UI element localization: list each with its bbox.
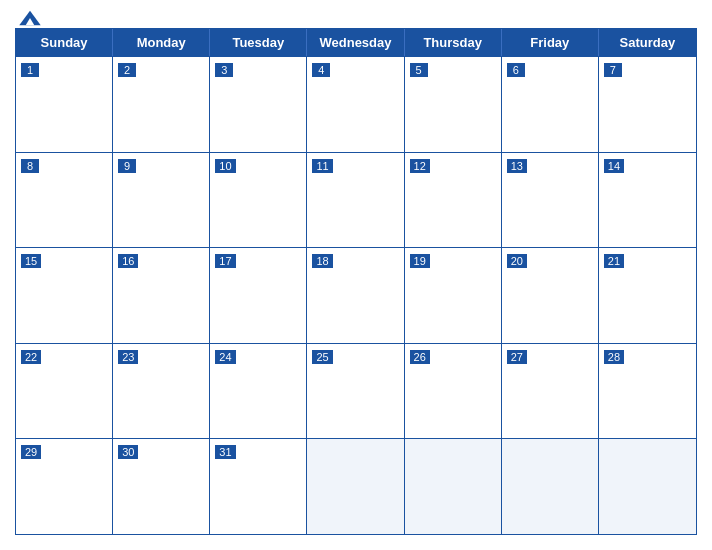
calendar-day: 22 <box>16 344 113 439</box>
day-number: 1 <box>21 63 39 77</box>
calendar-day: 18 <box>307 248 404 343</box>
day-number: 4 <box>312 63 330 77</box>
day-number: 20 <box>507 254 527 268</box>
day-header-wednesday: Wednesday <box>307 29 404 56</box>
day-number: 25 <box>312 350 332 364</box>
calendar-week-2: 891011121314 <box>16 152 696 248</box>
calendar-day: 1 <box>16 57 113 152</box>
calendar-week-1: 1234567 <box>16 56 696 152</box>
calendar-day: 21 <box>599 248 696 343</box>
calendar-day <box>502 439 599 534</box>
calendar-day: 24 <box>210 344 307 439</box>
calendar-day <box>405 439 502 534</box>
calendar-day: 26 <box>405 344 502 439</box>
day-number: 22 <box>21 350 41 364</box>
day-header-saturday: Saturday <box>599 29 696 56</box>
calendar: SundayMondayTuesdayWednesdayThursdayFrid… <box>15 28 697 535</box>
calendar-day: 15 <box>16 248 113 343</box>
day-number: 13 <box>507 159 527 173</box>
day-number: 19 <box>410 254 430 268</box>
calendar-week-3: 15161718192021 <box>16 247 696 343</box>
calendar-day: 8 <box>16 153 113 248</box>
day-number: 16 <box>118 254 138 268</box>
calendar-week-5: 293031 <box>16 438 696 534</box>
calendar-day: 16 <box>113 248 210 343</box>
day-number: 29 <box>21 445 41 459</box>
calendar-day: 28 <box>599 344 696 439</box>
calendar-day: 25 <box>307 344 404 439</box>
day-header-tuesday: Tuesday <box>210 29 307 56</box>
calendar-day: 4 <box>307 57 404 152</box>
calendar-header <box>15 10 697 24</box>
day-number: 12 <box>410 159 430 173</box>
day-number: 30 <box>118 445 138 459</box>
day-number: 5 <box>410 63 428 77</box>
calendar-day: 5 <box>405 57 502 152</box>
day-number: 3 <box>215 63 233 77</box>
calendar-week-4: 22232425262728 <box>16 343 696 439</box>
day-number: 15 <box>21 254 41 268</box>
calendar-header-row: SundayMondayTuesdayWednesdayThursdayFrid… <box>16 29 696 56</box>
calendar-day: 14 <box>599 153 696 248</box>
day-number: 24 <box>215 350 235 364</box>
logo <box>15 8 45 29</box>
calendar-day: 30 <box>113 439 210 534</box>
calendar-day: 12 <box>405 153 502 248</box>
day-header-sunday: Sunday <box>16 29 113 56</box>
day-number: 18 <box>312 254 332 268</box>
calendar-day: 23 <box>113 344 210 439</box>
calendar-day: 13 <box>502 153 599 248</box>
day-number: 21 <box>604 254 624 268</box>
calendar-day: 6 <box>502 57 599 152</box>
calendar-day: 2 <box>113 57 210 152</box>
day-header-monday: Monday <box>113 29 210 56</box>
calendar-body: 1234567891011121314151617181920212223242… <box>16 56 696 534</box>
calendar-day <box>307 439 404 534</box>
day-number: 23 <box>118 350 138 364</box>
calendar-day: 27 <box>502 344 599 439</box>
calendar-day: 10 <box>210 153 307 248</box>
calendar-day: 3 <box>210 57 307 152</box>
calendar-day: 31 <box>210 439 307 534</box>
calendar-day: 20 <box>502 248 599 343</box>
calendar-day: 19 <box>405 248 502 343</box>
calendar-day: 11 <box>307 153 404 248</box>
calendar-day: 7 <box>599 57 696 152</box>
day-number: 2 <box>118 63 136 77</box>
day-number: 6 <box>507 63 525 77</box>
day-number: 10 <box>215 159 235 173</box>
day-number: 26 <box>410 350 430 364</box>
day-number: 11 <box>312 159 332 173</box>
calendar-day: 9 <box>113 153 210 248</box>
day-header-friday: Friday <box>502 29 599 56</box>
day-header-thursday: Thursday <box>405 29 502 56</box>
day-number: 27 <box>507 350 527 364</box>
day-number: 7 <box>604 63 622 77</box>
day-number: 31 <box>215 445 235 459</box>
day-number: 9 <box>118 159 136 173</box>
calendar-day: 29 <box>16 439 113 534</box>
calendar-day <box>599 439 696 534</box>
day-number: 14 <box>604 159 624 173</box>
day-number: 17 <box>215 254 235 268</box>
calendar-day: 17 <box>210 248 307 343</box>
day-number: 28 <box>604 350 624 364</box>
day-number: 8 <box>21 159 39 173</box>
